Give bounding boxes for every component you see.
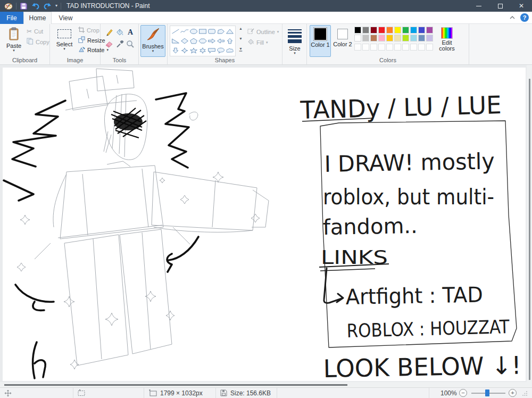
vertical-scrollbar-thumb[interactable] (529, 79, 530, 380)
palette-swatch[interactable] (362, 35, 369, 42)
palette-empty-slot[interactable] (362, 44, 369, 51)
resize-grip-icon[interactable] (522, 388, 528, 398)
shape-oval-callout-icon[interactable] (217, 47, 225, 54)
shape-left-arrow-icon[interactable] (217, 38, 225, 44)
tab-file[interactable]: File (0, 12, 23, 24)
horizontal-scrollbar-thumb[interactable] (4, 384, 347, 386)
crop-label: Crop (87, 27, 99, 34)
eraser-tool-icon[interactable] (104, 39, 114, 49)
fill-label: Fill (256, 39, 264, 46)
shape-four-point-star-icon[interactable] (180, 47, 189, 54)
palette-swatch[interactable] (378, 35, 385, 42)
copy-label: Copy (36, 39, 49, 45)
shape-rounded-rectangle-icon[interactable] (207, 28, 216, 35)
shape-six-point-star-icon[interactable] (198, 47, 207, 54)
brushes-caret-icon: ▾ (152, 49, 154, 53)
help-icon[interactable]: ? (520, 13, 529, 22)
group-shapes: ▲ ▼ ▼▔ Outline ▾ Fill ▾ Shapes (168, 24, 282, 64)
paste-button[interactable]: Paste ▾ (3, 25, 24, 57)
shape-hexagon-icon[interactable] (198, 38, 207, 44)
palette-swatch[interactable] (418, 27, 425, 34)
zoom-slider-thumb[interactable] (485, 389, 489, 396)
magnifier-tool-icon[interactable] (125, 39, 136, 49)
shape-rectangle-icon[interactable] (198, 28, 207, 35)
zoom-in-button[interactable]: + (509, 388, 517, 398)
crop-button[interactable]: Crop (78, 27, 99, 34)
palette-empty-slot[interactable] (418, 44, 425, 51)
palette-swatch[interactable] (410, 27, 417, 34)
shape-pentagon-icon[interactable] (189, 38, 198, 44)
palette-empty-slot[interactable] (394, 44, 401, 51)
fill-icon (247, 38, 254, 46)
shape-diamond-icon[interactable] (180, 38, 189, 44)
shapes-more-icon[interactable]: ▼▔ (237, 47, 244, 55)
close-button[interactable]: ✕ (511, 0, 532, 12)
tab-home[interactable]: Home (23, 12, 52, 24)
palette-swatch[interactable] (394, 35, 401, 42)
tab-view[interactable]: View (52, 12, 80, 24)
branch-arrow-icon (324, 268, 343, 303)
palette-swatch[interactable] (370, 27, 377, 34)
palette-swatch[interactable] (354, 35, 361, 42)
shape-oval-icon[interactable] (189, 28, 198, 35)
palette-swatch[interactable] (418, 35, 425, 42)
shapes-scroll-down-icon[interactable]: ▼ (237, 37, 244, 41)
palette-empty-slot[interactable] (410, 44, 417, 51)
collapse-ribbon-icon[interactable] (510, 16, 515, 19)
shape-line-icon[interactable] (171, 28, 180, 35)
drawing-canvas[interactable]: TANDy / LU / LUE I DRAW! mostly roblox, … (3, 68, 526, 381)
horizontal-scrollbar[interactable] (0, 382, 532, 387)
outline-button[interactable]: Outline ▾ (247, 28, 279, 36)
shapes-scroll-up-icon[interactable]: ▲ (237, 27, 244, 31)
shape-polygon-icon[interactable] (217, 28, 225, 35)
minimize-button[interactable] (468, 0, 489, 12)
palette-swatch[interactable] (410, 35, 417, 42)
copy-button[interactable]: Copy (27, 38, 49, 46)
shape-down-arrow-icon[interactable] (171, 47, 180, 54)
palette-empty-slot[interactable] (386, 44, 393, 51)
palette-empty-slot[interactable] (370, 44, 377, 51)
size-button[interactable]: Size ▾ (284, 25, 305, 57)
color-picker-tool-icon[interactable] (114, 39, 125, 49)
palette-empty-slot[interactable] (402, 44, 409, 51)
shape-right-triangle-icon[interactable] (171, 38, 180, 44)
undo-icon[interactable] (31, 2, 40, 10)
palette-swatch[interactable] (386, 35, 393, 42)
redo-icon[interactable] (43, 2, 52, 10)
maximize-button[interactable] (489, 0, 511, 12)
palette-swatch[interactable] (370, 35, 377, 42)
palette-swatch[interactable] (354, 27, 361, 34)
edit-colors-button[interactable]: Edit colors (430, 25, 463, 57)
palette-empty-slot[interactable] (378, 44, 385, 51)
customize-toolbar-caret-icon[interactable]: ▾ (55, 4, 57, 8)
vertical-scrollbar[interactable] (527, 65, 532, 382)
color2-button[interactable]: Color 2 (332, 25, 353, 57)
palette-swatch[interactable] (362, 27, 369, 34)
text-tool-icon[interactable]: A (125, 27, 136, 38)
quick-access-toolbar: ▾ (0, 2, 61, 10)
fill-with-color-tool-icon[interactable] (114, 27, 125, 38)
palette-empty-slot[interactable] (354, 44, 361, 51)
palette-swatch[interactable] (402, 35, 409, 42)
palette-swatch[interactable] (394, 27, 401, 34)
shape-five-point-star-icon[interactable] (189, 47, 198, 54)
save-icon[interactable] (20, 2, 28, 10)
shape-rounded-callout-icon[interactable] (207, 47, 216, 54)
shape-right-arrow-icon[interactable] (207, 38, 216, 44)
shape-cloud-callout-icon[interactable] (226, 47, 234, 54)
color1-button[interactable]: Color 1 (310, 25, 331, 57)
shape-triangle-icon[interactable] (226, 28, 234, 35)
zoom-out-button[interactable]: − (459, 388, 467, 398)
size-caret-icon: ▾ (294, 52, 296, 55)
palette-swatch[interactable] (386, 27, 393, 34)
pencil-tool-icon[interactable] (104, 27, 114, 38)
brushes-button[interactable]: Brushes ▾ (140, 25, 165, 57)
palette-swatch[interactable] (378, 27, 385, 34)
canvas-footer-text: LOOK BELOW ↓! (323, 351, 521, 381)
shape-curve-icon[interactable] (180, 28, 189, 35)
shape-up-arrow-icon[interactable] (226, 38, 234, 44)
palette-swatch[interactable] (402, 27, 409, 34)
select-button[interactable]: Select ▾ (53, 25, 76, 57)
fill-button[interactable]: Fill ▾ (247, 38, 268, 46)
cut-button[interactable]: ✂ Cut (27, 28, 43, 35)
